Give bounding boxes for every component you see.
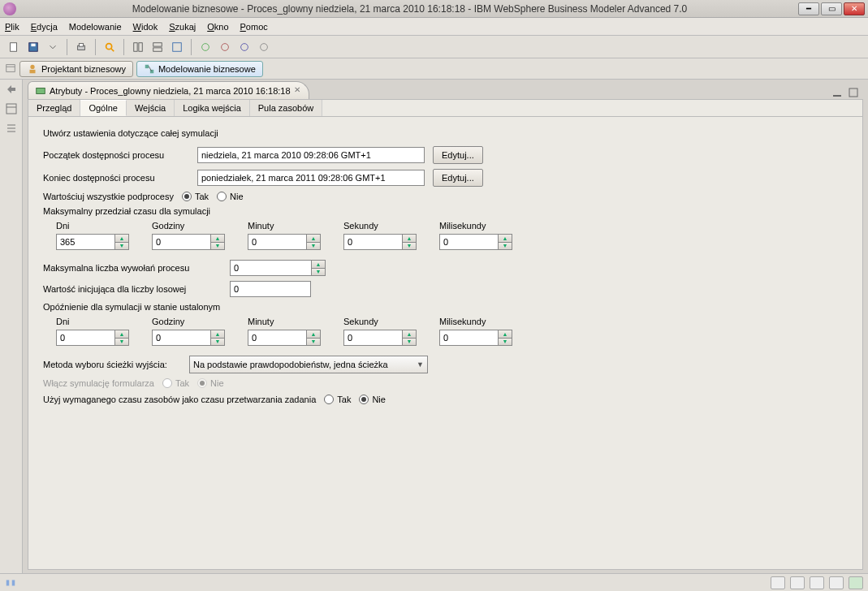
statusbar-icon-3[interactable] <box>810 576 824 589</box>
toolbar-print-icon[interactable] <box>72 38 90 56</box>
perspective-row: Projektant biznesowy Modelowanie bizneso… <box>0 58 868 80</box>
hours-label-2: Godziny <box>152 317 225 326</box>
max-calls-label: Maksymalna liczba wywołań procesu <box>43 263 222 273</box>
seed-field[interactable]: 0 <box>230 281 311 297</box>
svg-rect-28 <box>37 88 45 93</box>
menu-help[interactable]: Pomoc <box>240 22 268 32</box>
minutes-label: Minuty <box>248 221 321 231</box>
close-button[interactable]: ✕ <box>844 2 865 15</box>
subtab-resourcepool[interactable]: Pula zasobów <box>250 100 323 116</box>
menu-modeling[interactable]: Modelowanie <box>69 22 122 32</box>
start-edit-button[interactable]: Edytuj... <box>433 146 483 164</box>
path-method-label: Metoda wyboru ścieżki wyjścia: <box>43 360 181 369</box>
svg-rect-31 <box>6 580 10 585</box>
end-edit-button[interactable]: Edytuj... <box>433 169 483 187</box>
svg-rect-11 <box>173 42 182 51</box>
perspective-designer[interactable]: Projektant biznesowy <box>19 61 133 77</box>
value-subprocesses-radio-group: Tak Nie <box>182 192 244 201</box>
interval2-hours[interactable]: ▲▼ <box>152 330 225 346</box>
interval2-days[interactable]: ▲▼ <box>56 330 129 346</box>
start-value-field: niedziela, 21 marca 2010 09:28:06 GMT+1 <box>197 147 425 163</box>
menu-edit[interactable]: Edycja <box>31 22 58 32</box>
svg-line-6 <box>111 48 114 51</box>
toolbar-dropdown-icon[interactable] <box>44 38 62 56</box>
ms-label: Milisekundy <box>439 221 512 231</box>
svg-rect-2 <box>31 43 35 46</box>
minimize-editor-icon[interactable] <box>831 86 844 99</box>
svg-rect-23 <box>6 104 16 114</box>
interval2-ms[interactable]: ▲▼ <box>439 330 512 346</box>
perspective-modeling[interactable]: Modelowanie biznesowe <box>136 61 263 77</box>
svg-rect-19 <box>30 69 36 72</box>
left-gutter <box>0 80 23 573</box>
restore-button[interactable]: ▭ <box>821 2 842 15</box>
interval1-row: Dni▲▼ Godziny▲▼ Minuty▲▼ Sekundy▲▼ Milis… <box>56 221 848 250</box>
toolbar-new-icon[interactable] <box>5 38 23 56</box>
gutter-navigator-icon[interactable] <box>5 102 18 115</box>
value-subprocesses-yes[interactable]: Tak <box>182 192 209 201</box>
form-panel: Utwórz ustawienia dotyczące całej symula… <box>28 117 863 570</box>
gutter-outline-icon[interactable] <box>5 122 18 135</box>
app-icon <box>3 2 16 15</box>
toolbar-profile2-icon[interactable] <box>216 38 234 56</box>
toolbar-profile3-icon[interactable] <box>235 38 253 56</box>
perspective-designer-label: Projektant biznesowy <box>41 64 126 74</box>
menu-file[interactable]: Plik <box>5 22 19 32</box>
toolbar-layout3-icon[interactable] <box>168 38 186 56</box>
close-tab-icon[interactable]: ✕ <box>294 85 304 95</box>
toolbar-search-icon[interactable] <box>101 38 119 56</box>
toolbar-layout1-icon[interactable] <box>129 38 147 56</box>
toolbar-profile4-icon[interactable] <box>255 38 273 56</box>
maximize-editor-icon[interactable] <box>847 86 860 99</box>
interval1-hours[interactable]: ▲▼ <box>152 234 225 250</box>
designer-icon <box>27 63 38 75</box>
gutter-restore-icon[interactable] <box>5 83 18 96</box>
interval1-minutes[interactable]: ▲▼ <box>248 234 321 250</box>
value-subprocesses-no[interactable]: Nie <box>217 192 244 201</box>
interval2-minutes[interactable]: ▲▼ <box>248 330 321 346</box>
interval2-seconds[interactable]: ▲▼ <box>343 330 417 346</box>
subtab-row: Przegląd Ogólne Wejścia Logika wejścia P… <box>28 99 863 117</box>
subtab-inputs[interactable]: Wejścia <box>127 100 175 116</box>
attributes-icon <box>35 85 46 97</box>
subtab-overview[interactable]: Przegląd <box>28 100 80 116</box>
open-perspective-icon[interactable] <box>5 63 16 75</box>
use-resource-time-radio-group: Tak Nie <box>324 395 386 404</box>
path-method-select[interactable]: Na podstawie prawdopodobieństw, jedna śc… <box>189 356 428 373</box>
use-resource-time-label: Użyj wymaganego czasu zasobów jako czasu… <box>43 395 316 404</box>
seed-label: Wartość inicjująca dla liczby losowej <box>43 284 222 294</box>
svg-point-12 <box>202 43 209 50</box>
toolbar-profile1-icon[interactable] <box>196 38 214 56</box>
editor-tab-attributes[interactable]: Atrybuty - Proces_glowny niedziela, 21 m… <box>28 81 309 99</box>
interval1-ms[interactable]: ▲▼ <box>439 234 512 250</box>
statusbar-icon-1[interactable] <box>771 576 785 589</box>
minimize-button[interactable]: ━ <box>798 2 819 15</box>
use-resource-time-yes[interactable]: Tak <box>324 395 351 404</box>
max-calls-spinner[interactable]: ▲▼ <box>230 260 326 276</box>
titlebar: Modelowanie biznesowe - Proces_glowny ni… <box>0 0 868 18</box>
svg-rect-20 <box>145 64 149 67</box>
interval1-seconds[interactable]: ▲▼ <box>343 234 417 250</box>
menu-find[interactable]: Szukaj <box>169 22 196 32</box>
statusbar-icon-4[interactable] <box>829 576 844 589</box>
svg-rect-0 <box>11 42 17 51</box>
svg-point-18 <box>30 64 34 68</box>
subtab-general[interactable]: Ogólne <box>80 100 126 116</box>
interval1-days[interactable]: ▲▼ <box>56 234 129 250</box>
svg-point-13 <box>222 43 229 50</box>
statusbar-icon-5[interactable] <box>849 576 863 589</box>
form-sim-radio-group: Tak Nie <box>162 378 224 388</box>
toolbar-save-icon[interactable] <box>24 38 42 56</box>
use-resource-time-no[interactable]: Nie <box>359 395 386 404</box>
form-sim-label: Włącz symulację formularza <box>43 378 154 388</box>
svg-rect-9 <box>153 42 162 45</box>
value-subprocesses-label: Wartościuj wszystkie podprocesy <box>43 192 174 201</box>
menu-view[interactable]: Widok <box>133 22 158 32</box>
statusbar-icon-2[interactable] <box>790 576 805 589</box>
menubar: Plik Edycja Modelowanie Widok Szukaj Okn… <box>0 18 868 36</box>
hours-label: Godziny <box>152 221 225 231</box>
subtab-inputlogic[interactable]: Logika wejścia <box>175 100 250 116</box>
svg-point-5 <box>106 43 112 49</box>
toolbar-layout2-icon[interactable] <box>149 38 166 56</box>
menu-window[interactable]: Okno <box>207 22 228 32</box>
